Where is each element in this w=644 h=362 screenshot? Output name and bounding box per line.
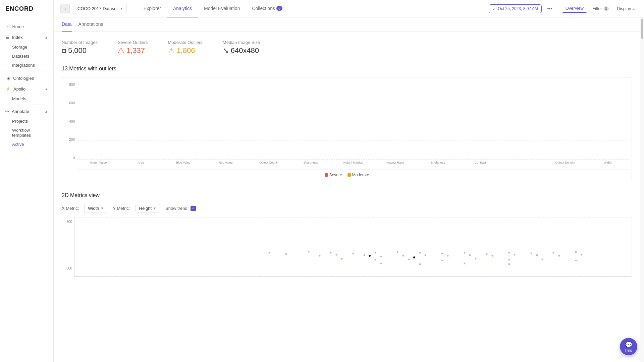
sub-tab-data[interactable]: Data (62, 17, 72, 32)
sidebar-item-projects[interactable]: Projects (0, 117, 53, 126)
x-label-1: Area (120, 161, 162, 165)
x-label-11: Object Density (544, 161, 587, 165)
tab-analytics[interactable]: Analytics (167, 0, 198, 17)
back-button[interactable]: ‹ (60, 4, 70, 13)
x-label-4: Object Count (247, 161, 289, 165)
index-icon: ☰ (5, 35, 9, 40)
scatter-dot-dark-0 (369, 255, 371, 257)
sidebar-item-home[interactable]: ⌂ Home (1, 21, 52, 32)
sub-tab-annotations[interactable]: Annotations (78, 17, 103, 32)
scatter-dot-12 (531, 252, 532, 254)
display-icon: ≡ (633, 7, 635, 11)
scatter-dot-2 (308, 251, 309, 252)
scatter-dot-17 (363, 254, 365, 256)
date-filter-button[interactable]: ✓ Oct 25, 2023, 8:07 AM (489, 4, 541, 13)
display-button[interactable]: Display ≡ (614, 5, 637, 12)
stat-moderate-label: Moderate Outliers (168, 40, 203, 45)
scatter-dot-8 (441, 252, 443, 254)
dataset-selector[interactable]: COCO 2017 Dataset ▼ (74, 4, 127, 13)
y-metric-value: Height (139, 206, 152, 211)
filter-label: Filter (592, 6, 602, 11)
scrollbar-thumb[interactable] (641, 19, 643, 39)
tab-explorer[interactable]: Explorer (138, 0, 167, 17)
sidebar-group-annotate[interactable]: ✏ Annotate ▲ (0, 106, 53, 117)
scatter-dot-20 (425, 254, 426, 256)
sidebar-item-workflow-templates[interactable]: Workflow templates (0, 126, 53, 140)
tab-collections-label: Collections (252, 6, 275, 11)
sidebar-item-models[interactable]: Models (0, 94, 53, 103)
help-button[interactable]: 💬 Help (620, 338, 637, 355)
scatter-dot-15 (319, 255, 320, 257)
scatter-dot-13 (553, 252, 554, 254)
scatter-dot-23 (491, 255, 493, 257)
check-icon: ✓ (492, 6, 496, 11)
filter-button[interactable]: Filter 0 (590, 5, 611, 12)
stat-num-images-label: Number of Images (62, 40, 98, 45)
nav-tabs: Explorer Analytics Model Evaluation Coll… (138, 0, 288, 17)
stat-severe-value: ⚠ 1,337 (118, 46, 148, 55)
x-metric-label: X Metric: (62, 206, 79, 211)
scatter-dot-24 (514, 254, 516, 255)
scatter-dot-11 (508, 252, 510, 254)
view-tab-overview[interactable]: Overview (562, 4, 587, 13)
apollo-icon: ⚡ (5, 86, 11, 92)
scatter-dot-34 (542, 258, 543, 260)
sidebar-group-index[interactable]: ☰ Index ▲ (0, 32, 53, 43)
scatter-dot-26 (558, 255, 560, 257)
stat-median-size-label: Median Image Size (223, 40, 260, 45)
sidebar-item-active[interactable]: Active (0, 140, 53, 149)
sidebar-item-storage[interactable]: Storage (0, 43, 53, 52)
scatter-dot-18 (380, 255, 382, 257)
ontologies-icon: ◈ (7, 75, 10, 81)
x-metric-chevron-icon: ▼ (101, 206, 104, 210)
topbar: ‹ COCO 2017 Dataset ▼ Explorer Analytics… (54, 0, 644, 17)
bar-chart-container: 800 600 400 200 0 (54, 77, 640, 187)
scatter-y-800: 800 (66, 220, 72, 224)
metrics-title: 13 Metrics with outliers (62, 66, 632, 72)
scatter-y-600: 600 (66, 266, 72, 270)
scatter-dot-21 (447, 255, 448, 257)
show-trend-label: Show trend: (165, 206, 189, 211)
scatter-dot-dark-1 (413, 256, 415, 258)
legend-moderate: Moderate (347, 173, 369, 177)
help-label: Help (625, 349, 632, 352)
scatter-dot-32 (475, 258, 476, 259)
stat-median-size-value: ⤡ 640x480 (223, 46, 260, 55)
moderate-legend-color (347, 173, 351, 177)
show-trend-checkbox[interactable]: ✓ (191, 206, 196, 211)
x-metric-select[interactable]: Width ▼ (84, 204, 107, 213)
sidebar-group-apollo[interactable]: ⚡ Apollo ▲ (0, 84, 53, 94)
legend-severe: Severe (325, 173, 342, 177)
stat-moderate-value: ⚠ 1,806 (168, 46, 203, 55)
y-metric-chevron-icon: ▼ (153, 206, 156, 210)
metrics-section: 13 Metrics with outliers (54, 60, 640, 72)
scatter-dot-9 (464, 252, 465, 254)
sidebar-item-ontologies[interactable]: ◈ Ontologies (1, 73, 52, 83)
scatter-dot-35 (575, 260, 577, 261)
scatter-dot-4 (352, 252, 354, 254)
x-label-8: Brightness (417, 161, 459, 165)
y-tick-0: 0 (73, 156, 75, 160)
tab-collections[interactable]: Collections 6 (246, 0, 288, 17)
x-label-3: Red Value (205, 161, 247, 165)
x-label-6: Height Metrics (332, 161, 374, 165)
scrollbar-panel[interactable] (640, 17, 644, 362)
scatter-dot-33 (508, 259, 510, 261)
tab-model-evaluation[interactable]: Model Evaluation (198, 0, 246, 17)
sidebar: ENCORD ⌂ Home ☰ Index ▲ Storage Datasets… (0, 0, 54, 362)
scatter-dot-19 (402, 255, 404, 257)
more-options-button[interactable]: ••• (545, 4, 554, 13)
stat-num-images: Number of Images ⊟ 5,000 (62, 40, 98, 55)
section-2d-title: 2D Metrics view (62, 192, 632, 198)
scatter-dot-6 (397, 251, 398, 253)
topbar-right: ✓ Oct 25, 2023, 8:07 AM ••• Overview Fil… (489, 4, 637, 13)
sidebar-ontologies-label: Ontologies (13, 76, 34, 81)
scatter-dot-10 (486, 253, 488, 255)
sidebar-item-datasets[interactable]: Datasets (0, 52, 53, 61)
sidebar-item-integrations[interactable]: Integrations (0, 61, 53, 70)
collections-badge: 6 (276, 6, 282, 11)
sub-tabs: Data Annotations (54, 17, 640, 32)
section-2d: 2D Metrics view X Metric: Width ▼ Y Metr… (54, 187, 640, 283)
y-metric-select[interactable]: Height ▼ (136, 204, 160, 213)
scatter-plot-area (74, 217, 632, 277)
